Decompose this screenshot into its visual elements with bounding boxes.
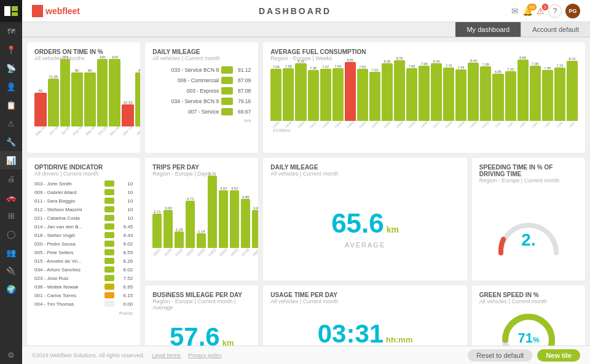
sidebar-item-print[interactable]: 🖨	[0, 169, 22, 188]
widget-speeding: SPEEDING TIME IN % OF DRIVING TIME Regio…	[472, 158, 585, 281]
sidebar-item-wrench[interactable]: 🔧	[0, 133, 22, 151]
trips-title: TRIPS PER DAY	[152, 164, 251, 171]
help-icon[interactable]: ?	[548, 4, 562, 18]
sidebar-item-signals[interactable]: 📡	[0, 59, 22, 77]
logo-icon	[4, 6, 18, 16]
od-row: 009 - Gabriel Allard10	[34, 189, 133, 195]
usage-title: USAGE TIME PER DAY	[270, 292, 460, 298]
od-row: 014 - Jan van den B...9.45	[34, 223, 133, 230]
orders-chart: 50May 18 71.05Jun 18 100Jul 18 80Aug 18 …	[34, 65, 133, 133]
od-row: 012 - Stefano Mazzini10	[34, 206, 133, 212]
sidebar-item-grid[interactable]: ⊞	[0, 206, 22, 225]
svg-rect-0	[4, 6, 10, 16]
svg-text:webfleet: webfleet	[45, 6, 80, 16]
daily1-unit: km	[152, 118, 251, 123]
sidebar: 🗺 📍 📡 👤 📋 ⚠ 🔧 📊 🖨 🚗 ⊞ ◯ 👥 🔌 🌍 ⚙	[0, 0, 22, 364]
sidebar-item-tracking[interactable]: 📍	[0, 41, 22, 59]
webfleet-logo: webfleet	[32, 5, 87, 17]
sidebar-item-group[interactable]: 👥	[0, 243, 22, 261]
widget-daily-mileage-1: DAILY MILEAGE All vehicles | Current mon…	[145, 42, 258, 153]
green-title: GREEN SPEED IN %	[479, 292, 578, 298]
od-row: 034 - Arturo Sanchez8.02	[34, 266, 133, 273]
speeding-gauge: 2.	[495, 204, 562, 259]
green-sub: All vehicles | Current month	[479, 298, 578, 304]
od-row: 005 - Pete Sellers8.55	[34, 249, 133, 255]
green-speed-donut: 71%	[498, 309, 559, 346]
warning-badge: 3	[542, 4, 548, 10]
avatar[interactable]: PG	[565, 4, 580, 18]
od-row: 023 - Jose Ruiz7.52	[34, 275, 133, 281]
sidebar-item-map[interactable]: 🗺	[0, 22, 22, 41]
optidrive-sub: All drivers | Current month	[34, 171, 133, 177]
email-icon[interactable]: ✉	[511, 6, 519, 16]
tab-my-dashboard[interactable]: My dashboard	[455, 22, 521, 37]
widget-fuel: AVERAGE FUEL CONSUMPTION Region - Europe…	[263, 42, 585, 153]
sidebar-item-fleet[interactable]: 🚗	[0, 188, 22, 206]
svg-text:71%: 71%	[517, 330, 539, 346]
fuel-sub: Region - Europe | Weeks	[270, 55, 578, 61]
biz-sub: Region - Europe | Current month | Averag…	[152, 298, 251, 311]
widget-optidrive: OPTIDRIVE INDICATOR All drivers | Curren…	[27, 158, 140, 346]
od-row: 020 - Pedro Sousa9.02	[34, 241, 133, 247]
sidebar-item-people[interactable]: 👤	[0, 77, 22, 96]
tab-account-default[interactable]: Account default	[521, 22, 590, 37]
usage-sub: All vehicles | Current month	[270, 298, 460, 304]
sidebar-item-plugin[interactable]: 🔌	[0, 261, 22, 280]
warning-icon[interactable]: ⚠ 3	[537, 6, 545, 16]
sidebar-item-globe[interactable]: 🌍	[0, 280, 22, 298]
sidebar-item-settings[interactable]: ⚙	[0, 346, 22, 364]
page-title: DASHBOARD	[259, 6, 331, 16]
hbar-row: 034 - Service BCN 979.16	[152, 98, 251, 105]
hbar-row: 007 - Service69.67	[152, 108, 251, 115]
widget-biz-mileage: BUSINESS MILEAGE PER DAY Region - Europe…	[145, 285, 258, 346]
sidebar-item-alerts[interactable]: ⚠	[0, 114, 22, 133]
bell-icon[interactable]: 🔔 68	[522, 6, 533, 16]
optidrive-rows: 003 - John Smith10 009 - Gabriel Allard1…	[34, 180, 133, 307]
widget-orders: ORDERS ON TIME IN % All vehicles | Month…	[27, 42, 140, 153]
sidebar-logo	[0, 0, 22, 22]
reset-button[interactable]: Reset to default	[468, 349, 532, 362]
new-tile-button[interactable]: New tile	[537, 349, 580, 362]
od-row: 036 - Woitek Nowak6.95	[34, 284, 133, 290]
od-row: 003 - John Smith10	[34, 180, 133, 187]
optidrive-points: Points	[34, 311, 133, 316]
daily1-title: DAILY MILEAGE	[152, 48, 251, 55]
sidebar-item-circle[interactable]: ◯	[0, 225, 22, 243]
trips-chart: 2.7130/01 3.0031/01 1.2901/02 3.7102/02 …	[152, 180, 251, 254]
od-row: 004 - Tim Thomas0.00	[34, 301, 133, 307]
widget-trips: TRIPS PER DAY Region - Europe | Days 2.7…	[145, 158, 258, 281]
footer-legal[interactable]: Legal terms	[152, 352, 181, 358]
sidebar-item-reports[interactable]: 📋	[0, 96, 22, 114]
biz-unit: km	[222, 338, 234, 346]
biz-title: BUSINESS MILEAGE PER DAY	[152, 292, 251, 298]
od-row: 021 - Catarina Costa10	[34, 215, 133, 221]
widget-daily-mileage-2: DAILY MILEAGE All vehicles | Current mon…	[263, 158, 467, 281]
hbar-row: 033 - Service BCN 891.12	[152, 66, 251, 74]
daily1-sub: All vehicles | Current month	[152, 55, 251, 61]
daily1-chart: 033 - Service BCN 891.12 006 - Commercia…	[152, 66, 251, 115]
daily2-value: 65.6	[331, 208, 384, 239]
od-row: 011 - Sara Biaggio10	[34, 198, 133, 204]
footer-copyright: ©2019 Webfleet Solutions. All rights res…	[32, 352, 144, 358]
widget-usage-time: USAGE TIME PER DAY All vehicles | Curren…	[263, 285, 467, 346]
daily2-unit: km	[387, 225, 399, 234]
optidrive-title: OPTIDRIVE INDICATOR	[34, 164, 133, 171]
od-row: 001 - Carlos Torres6.15	[34, 292, 133, 298]
svg-rect-3	[32, 5, 43, 17]
fuel-chart: 7.56CW34 7.66CW35 8.33CW36 7.38CW37 7.57…	[270, 65, 578, 126]
svg-rect-2	[12, 12, 18, 16]
footer-privacy[interactable]: Privacy policy	[188, 352, 222, 358]
hbar-row: 003 - Express87.08	[152, 87, 251, 95]
usage-unit: hh:mm	[386, 335, 412, 344]
svg-text:2.: 2.	[521, 230, 535, 249]
daily2-title: DAILY MILEAGE	[270, 164, 318, 171]
usage-value: 03:31	[318, 319, 384, 346]
sidebar-item-chart[interactable]: 📊	[0, 151, 22, 169]
trips-sub: Region - Europe | Days	[152, 171, 251, 177]
fuel-title: AVERAGE FUEL CONSUMPTION	[270, 48, 578, 55]
hbar-row: 006 - Commercial87.09	[152, 77, 251, 84]
svg-rect-1	[12, 6, 18, 11]
daily2-label: AVERAGE	[345, 241, 385, 249]
biz-value: 57.6	[170, 322, 220, 346]
daily2-sub: All vehicles | Current month	[270, 171, 338, 177]
